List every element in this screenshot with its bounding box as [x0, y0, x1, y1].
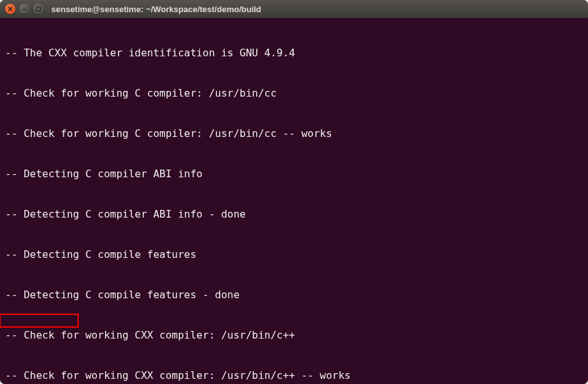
output-line: -- Detecting C compiler ABI info - done [5, 207, 583, 221]
window-title: sensetime@sensetime: ~/Workspace/test/de… [51, 4, 261, 14]
output-line: -- Check for working CXX compiler: /usr/… [5, 369, 583, 382]
output-line: -- Detecting C compile features - done [5, 288, 583, 301]
maximize-icon[interactable] [33, 4, 44, 14]
output-line: -- Detecting C compile features [5, 248, 583, 261]
output-line: -- Check for working CXX compiler: /usr/… [5, 328, 583, 342]
titlebar[interactable]: sensetime@sensetime: ~/Workspace/test/de… [0, 0, 588, 18]
terminal-window: sensetime@sensetime: ~/Workspace/test/de… [0, 0, 588, 384]
output-line: -- Check for working C compiler: /usr/bi… [5, 127, 583, 140]
minimize-icon[interactable] [19, 4, 29, 14]
output-line: -- Check for working C compiler: /usr/bi… [5, 86, 583, 100]
annotation-highlight [0, 314, 79, 328]
svg-rect-0 [37, 7, 40, 11]
terminal-body[interactable]: -- The CXX compiler identification is GN… [0, 18, 588, 384]
close-icon[interactable] [5, 4, 15, 14]
output-line: -- The CXX compiler identification is GN… [5, 46, 583, 60]
output-line: -- Detecting C compiler ABI info [5, 167, 583, 180]
